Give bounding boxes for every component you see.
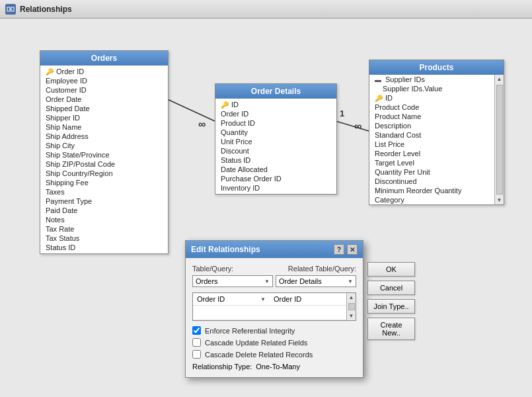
field-category[interactable]: Category [369,195,494,204]
field-employee-id[interactable]: Employee ID [40,76,168,85]
enforce-integrity-label: Enforce Referential Integrity [205,327,295,335]
field-od-discount[interactable]: Discount [215,146,336,155]
field-od-date-allocated[interactable]: Date Allocated [215,165,336,174]
field-min-reorder-qty[interactable]: Minimum Reorder Quantity [369,186,494,195]
table-query-select[interactable]: Orders ▼ [192,275,273,287]
field-product-code[interactable]: Product Code [369,103,494,112]
field-od-product-id[interactable]: Product ID [215,118,336,128]
field-ship-zip[interactable]: Ship ZIP/Postal Code [40,159,168,169]
field-tax-rate[interactable]: Tax Rate [40,224,168,234]
enforce-integrity-checkbox[interactable] [192,326,201,335]
field-payment-type[interactable]: Payment Type [40,197,168,206]
relationship-type-row: Relationship Type: One-To-Many [192,363,356,371]
field-od-id[interactable]: 🔑 ID [215,100,336,109]
orders-table: Orders 🔑 Order ID Employee ID Customer I… [40,50,169,254]
cascade-delete-row: Cascade Delete Related Records [192,350,356,359]
field-ship-state[interactable]: Ship State/Province [40,150,168,159]
mapping-cell-left-1[interactable]: Order ID ▼ [193,293,270,306]
field-shipped-date[interactable]: Shipped Date [40,104,168,113]
svg-text:∞: ∞ [198,118,206,130]
svg-rect-0 [7,7,10,11]
field-ship-address[interactable]: Ship Address [40,132,168,141]
mapping-scroll-down[interactable]: ▼ [348,312,356,320]
create-new-button[interactable]: Create New.. [367,318,415,340]
dialog-close-button[interactable]: ✕ [347,244,358,255]
related-table-select[interactable]: Order Details ▼ [276,275,356,287]
field-paid-date[interactable]: Paid Date [40,206,168,215]
field-order-date[interactable]: Order Date [40,95,168,104]
window-title: Relationships [20,5,72,14]
field-ship-name[interactable]: Ship Name [40,122,168,132]
products-table: Products ▬ Supplier IDs Supplier IDs.Val… [369,60,504,205]
field-od-status-id[interactable]: Status ID [215,155,336,165]
mapping-cell-right-2[interactable] [270,306,346,320]
field-customer-id[interactable]: Customer ID [40,85,168,95]
cancel-button[interactable]: Cancel [367,281,415,295]
svg-text:1: 1 [340,109,344,118]
field-tax-status[interactable]: Tax Status [40,234,168,243]
mapping-scrollbar[interactable]: ▲ ▼ [346,293,356,320]
products-scroll-area: ▬ Supplier IDs Supplier IDs.Value 🔑 ID P… [369,75,504,204]
field-discontinued[interactable]: Discontinued [369,177,494,186]
mapping-cell-right-1[interactable]: Order ID [270,293,346,306]
key-icon: 🔑 [375,95,383,102]
ok-button[interactable]: OK [367,262,415,277]
edit-relationships-dialog: Edit Relationships ? ✕ Table/Query: Rela… [185,240,363,378]
mapping-scroll-up[interactable]: ▲ [348,293,356,302]
field-target-level[interactable]: Target Level [369,158,494,167]
svg-text:∞: ∞ [354,120,361,132]
scroll-down-arrow[interactable]: ▼ [496,196,504,204]
products-scrollbar[interactable]: ▲ ▼ [494,75,504,204]
scroll-thumb[interactable] [496,85,503,195]
enforce-integrity-row: Enforce Referential Integrity [192,326,356,335]
collapse-icon: ▬ [375,76,381,83]
svg-rect-1 [11,7,14,11]
related-table-chevron: ▼ [348,279,353,285]
field-ship-country[interactable]: Ship Country/Region [40,169,168,178]
products-header: Products [369,60,504,75]
dialog-help-button[interactable]: ? [334,244,344,255]
field-od-unit-price[interactable]: Unit Price [215,137,336,146]
cascade-delete-label: Cascade Delete Related Records [205,351,313,359]
cascade-delete-checkbox[interactable] [192,350,201,359]
field-ship-city[interactable]: Ship City [40,141,168,150]
field-od-quantity[interactable]: Quantity [215,128,336,137]
order-details-table: Order Details 🔑 ID Order ID Product ID Q… [215,83,337,195]
app-icon [5,4,16,15]
scroll-up-arrow[interactable]: ▲ [496,75,504,83]
field-order-id[interactable]: 🔑 Order ID [40,67,168,76]
field-prod-id[interactable]: 🔑 ID [369,93,494,103]
field-taxes[interactable]: Taxes [40,187,168,197]
cascade-update-checkbox[interactable] [192,338,201,347]
field-supplier-ids-value[interactable]: Supplier IDs.Value [369,84,494,93]
field-od-inventory-id[interactable]: Inventory ID [215,183,336,193]
field-shipping-fee[interactable]: Shipping Fee [40,178,168,187]
canvas-area: 1 ∞ 1 ∞ Orders 🔑 Order ID Employee ID Cu… [0,19,532,397]
field-product-name[interactable]: Product Name [369,112,494,121]
key-icon: 🔑 [221,101,229,109]
field-status-id[interactable]: Status ID [40,243,168,252]
mapping-scroll-thumb[interactable] [348,303,355,310]
order-details-header: Order Details [215,84,336,99]
field-description[interactable]: Description [369,121,494,130]
rel-type-value: One-To-Many [256,363,300,371]
field-reorder-level[interactable]: Reorder Level [369,149,494,158]
field-od-purchase-order-id[interactable]: Purchase Order ID [215,174,336,183]
mapping-right-field-1: Order ID [274,295,301,303]
mapping-cell-left-2[interactable] [193,306,270,320]
field-standard-cost[interactable]: Standard Cost [369,130,494,140]
field-shipper-id[interactable]: Shipper ID [40,113,168,122]
cascade-update-label: Cascade Update Related Fields [205,339,307,347]
field-list-price[interactable]: List Price [369,140,494,149]
field-supplier-ids[interactable]: ▬ Supplier IDs [369,75,494,84]
field-od-order-id[interactable]: Order ID [215,109,336,118]
orders-table-header: Orders [40,51,168,66]
mapping-right-col: Order ID [270,293,346,320]
dialog-titlebar: Edit Relationships ? ✕ [186,241,363,258]
join-type-button[interactable]: Join Type.. [367,299,415,314]
rel-type-label: Relationship Type: [192,363,252,371]
key-icon: 🔑 [46,68,54,75]
field-notes[interactable]: Notes [40,215,168,224]
related-table-value: Order Details [279,277,322,285]
field-quantity-per-unit[interactable]: Quantity Per Unit [369,167,494,177]
